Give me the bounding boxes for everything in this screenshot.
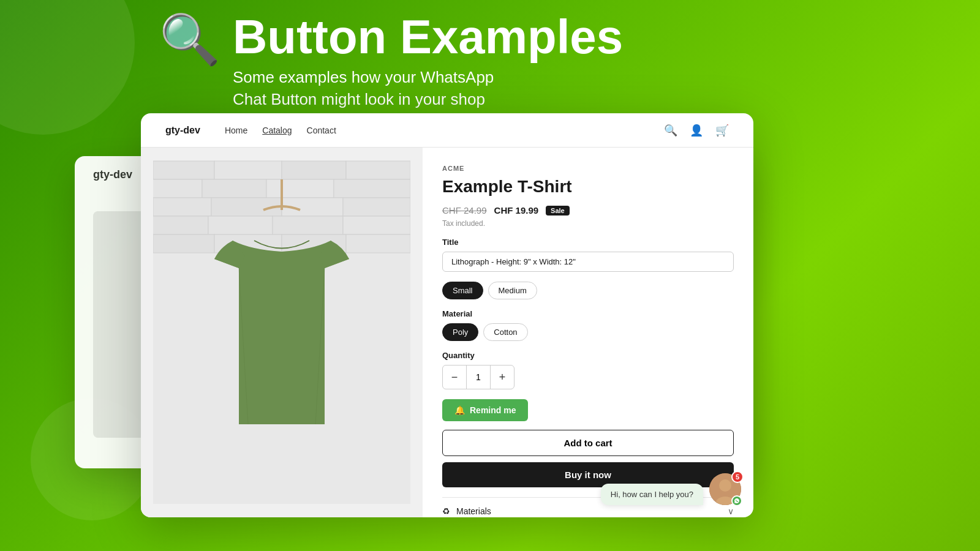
product-image — [153, 160, 410, 505]
material-options: Poly Cotton — [442, 323, 734, 341]
product-vendor: ACME — [442, 165, 734, 172]
materials-label: Materials — [456, 506, 491, 516]
navbar-icons: 🔍 👤 🛒 — [664, 124, 729, 137]
material-cotton-button[interactable]: Cotton — [483, 323, 527, 341]
quantity-label: Quantity — [442, 351, 734, 360]
size-medium-button[interactable]: Medium — [488, 282, 537, 299]
quantity-increase-button[interactable]: + — [491, 365, 514, 389]
svg-rect-2 — [214, 161, 282, 179]
size-small-button[interactable]: Small — [442, 282, 483, 299]
material-poly-button[interactable]: Poly — [442, 323, 478, 341]
main-card: gty-dev Home Catalog Contact 🔍 👤 🛒 — [141, 113, 753, 517]
chat-badge: 5 — [731, 471, 744, 483]
product-details: ACME Example T-Shirt CHF 24.99 CHF 19.99… — [423, 148, 753, 517]
price-original: CHF 24.99 — [442, 205, 487, 216]
product-title: Example T-Shirt — [442, 177, 734, 197]
svg-rect-20 — [346, 234, 410, 253]
title-label: Title — [442, 238, 734, 247]
svg-rect-3 — [282, 161, 346, 179]
navbar-links: Home Catalog Contact — [225, 126, 664, 135]
title-select[interactable]: Lithograph - Height: 9" x Width: 12" — [442, 252, 734, 272]
remind-me-button[interactable]: 🔔 Remind me — [442, 399, 528, 421]
size-options: Small Medium — [442, 282, 734, 299]
svg-rect-12 — [343, 198, 410, 216]
svg-point-23 — [719, 479, 731, 492]
bell-icon: 🔔 — [454, 405, 465, 415]
product-area: ACME Example T-Shirt CHF 24.99 CHF 19.99… — [141, 148, 753, 517]
navbar-link-home[interactable]: Home — [225, 126, 247, 135]
navbar-link-catalog[interactable]: Catalog — [262, 126, 292, 135]
svg-rect-4 — [346, 161, 410, 179]
sale-badge: Sale — [546, 206, 570, 216]
product-image-wrap — [141, 148, 423, 517]
material-label: Material — [442, 309, 734, 318]
hero-subtitle: Some examples how your WhatsApp Chat But… — [233, 66, 623, 111]
price-sale: CHF 19.99 — [494, 205, 539, 216]
chat-avatar-wrap[interactable]: 5 — [709, 473, 741, 505]
quantity-control: − 1 + — [442, 365, 514, 389]
svg-rect-15 — [273, 216, 343, 234]
materials-icon: ♻ — [442, 506, 450, 516]
svg-rect-7 — [266, 179, 334, 198]
materials-chevron-icon: ∨ — [728, 506, 734, 516]
chat-widget[interactable]: Hi, how can I help you? 5 — [601, 473, 741, 505]
svg-rect-16 — [343, 216, 410, 234]
quantity-value: 1 — [466, 365, 491, 389]
svg-rect-17 — [153, 234, 214, 253]
tax-note: Tax included. — [442, 219, 734, 228]
chat-whatsapp-icon — [731, 495, 742, 506]
hero-title: Button Examples — [233, 12, 623, 62]
hero-search-icon: 🔍 — [159, 15, 221, 64]
price-row: CHF 24.99 CHF 19.99 Sale — [442, 205, 734, 216]
svg-rect-5 — [153, 179, 202, 198]
svg-rect-8 — [334, 179, 410, 198]
navbar-brand: gty-dev — [165, 125, 200, 136]
search-icon[interactable]: 🔍 — [664, 124, 677, 137]
cart-icon[interactable]: 🛒 — [715, 124, 729, 137]
svg-rect-14 — [208, 216, 273, 234]
svg-rect-9 — [153, 198, 211, 216]
chat-bubble: Hi, how can I help you? — [601, 484, 703, 505]
svg-rect-1 — [153, 161, 214, 179]
navbar: gty-dev Home Catalog Contact 🔍 👤 🛒 — [141, 113, 753, 148]
quantity-decrease-button[interactable]: − — [443, 365, 466, 389]
hero-section: 🔍 Button Examples Some examples how your… — [159, 12, 623, 111]
svg-rect-13 — [153, 216, 208, 234]
svg-rect-6 — [202, 179, 266, 198]
account-icon[interactable]: 👤 — [690, 124, 703, 137]
add-to-cart-button[interactable]: Add to cart — [442, 430, 734, 456]
bg-card-brand: gty-dev — [93, 168, 132, 181]
navbar-link-contact[interactable]: Contact — [307, 126, 336, 135]
